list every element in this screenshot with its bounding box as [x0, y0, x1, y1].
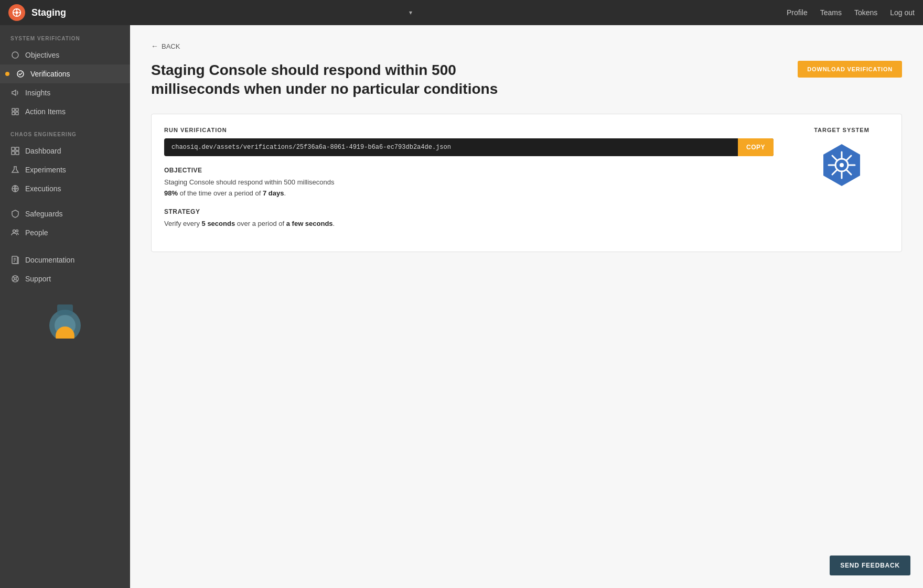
download-verification-button[interactable]: DOWNLOAD VERIFICATION: [798, 61, 902, 78]
target-system-label: TARGET SYSTEM: [814, 127, 870, 133]
sidebar-label-experiments: Experiments: [25, 166, 66, 174]
objective-content: Staging Console should respond within 50…: [164, 177, 774, 199]
title-row: Staging Console should respond within 50…: [151, 61, 902, 99]
sidebar-item-executions[interactable]: Executions: [0, 179, 130, 198]
sidebar-label-action-items: Action Items: [25, 107, 66, 116]
sidebar-illustration: [0, 288, 130, 339]
svg-point-19: [16, 230, 18, 232]
svg-rect-10: [12, 112, 15, 115]
objective-bold2: 7 days: [263, 189, 284, 197]
people-icon: [10, 228, 20, 237]
svg-point-1: [15, 11, 18, 14]
back-label: BACK: [162, 42, 180, 50]
strategy-content: Verify every 5 seconds over a period of …: [164, 219, 774, 230]
sidebar-item-action-items[interactable]: Action Items: [0, 102, 130, 121]
chevron-down-icon: ▾: [409, 9, 412, 16]
send-feedback-button[interactable]: SEND FEEDBACK: [830, 556, 910, 575]
svg-rect-14: [12, 151, 15, 155]
chaos-engineering-section-label: CHAOS ENGINEERING: [0, 121, 130, 141]
command-row: chaosiq.dev/assets/verifications/25f36a6…: [164, 138, 774, 156]
svg-point-18: [13, 230, 16, 233]
sidebar-label-executions: Executions: [25, 184, 61, 193]
sidebar-item-dashboard[interactable]: Dashboard: [0, 141, 130, 160]
objective-text1: Staging Console should respond within 50…: [164, 178, 334, 186]
dashboard-icon: [10, 146, 20, 156]
active-dot-indicator: [5, 72, 9, 76]
objective-end: .: [284, 189, 286, 197]
check-circle-icon: [16, 69, 25, 79]
card-right: TARGET SYSTEM: [795, 127, 889, 239]
logout-link[interactable]: Log out: [890, 8, 915, 17]
book-icon: [10, 255, 20, 265]
sidebar-item-people[interactable]: People: [0, 223, 130, 242]
objective-bold1: 98%: [164, 189, 178, 197]
sidebar-item-documentation[interactable]: Documentation: [0, 251, 130, 269]
copy-button[interactable]: COPY: [738, 138, 774, 156]
sidebar-label-verifications: Verifications: [30, 70, 70, 78]
run-verification-label: RUN VERIFICATION: [164, 127, 774, 133]
topnav-links: Profile Teams Tokens Log out: [787, 8, 915, 17]
grid-icon: [10, 107, 20, 116]
objective-label: OBJECTIVE: [164, 167, 774, 174]
svg-rect-15: [16, 151, 19, 155]
megaphone-icon: [10, 88, 20, 97]
system-verification-section-label: SYSTEM VERIFICATION: [0, 25, 130, 46]
sidebar-label-documentation: Documentation: [25, 256, 74, 264]
flask-icon: [10, 165, 20, 175]
svg-rect-13: [16, 147, 19, 150]
svg-point-29: [840, 163, 844, 167]
strategy-bold1: 5 seconds: [202, 220, 235, 227]
objective-text2: of the time over a period of: [180, 189, 261, 197]
support-icon: [10, 274, 20, 284]
kubernetes-icon: [818, 141, 865, 189]
strategy-label: STRATEGY: [164, 208, 774, 215]
verification-card: RUN VERIFICATION chaosiq.dev/assets/veri…: [151, 114, 902, 252]
svg-point-22: [14, 278, 16, 280]
globe-icon: [10, 184, 20, 193]
svg-rect-11: [16, 112, 18, 115]
sidebar-item-objectives[interactable]: Objectives: [0, 46, 130, 64]
sidebar-label-objectives: Objectives: [25, 51, 59, 59]
sidebar-label-support: Support: [25, 275, 51, 283]
svg-rect-26: [57, 304, 73, 315]
card-left: RUN VERIFICATION chaosiq.dev/assets/veri…: [164, 127, 774, 239]
shield-icon: [10, 209, 20, 219]
sidebar-label-dashboard: Dashboard: [25, 147, 61, 155]
sidebar-label-insights: Insights: [25, 89, 50, 97]
sidebar-item-support[interactable]: Support: [0, 269, 130, 288]
sidebar-item-insights[interactable]: Insights: [0, 83, 130, 102]
top-navigation: Staging ▾ Profile Teams Tokens Log out: [0, 0, 923, 25]
svg-rect-9: [16, 108, 18, 111]
workspace-title: Staging: [31, 7, 406, 18]
profile-link[interactable]: Profile: [787, 8, 808, 17]
strategy-text1: Verify every: [164, 220, 200, 227]
main-content: ← BACK Staging Console should respond wi…: [130, 25, 923, 588]
sidebar-item-safeguards[interactable]: Safeguards: [0, 204, 130, 223]
svg-rect-12: [12, 147, 15, 150]
sidebar-item-verifications[interactable]: Verifications: [0, 64, 130, 83]
strategy-bold2: a few seconds: [286, 220, 333, 227]
strategy-end: .: [333, 220, 335, 227]
strategy-text2: over a period of: [237, 220, 284, 227]
tokens-link[interactable]: Tokens: [854, 8, 877, 17]
back-link[interactable]: ← BACK: [151, 42, 902, 50]
app-logo: [8, 4, 25, 21]
command-text: chaosiq.dev/assets/verifications/25f36a6…: [164, 138, 738, 156]
svg-point-6: [12, 52, 18, 58]
sidebar-label-safeguards: Safeguards: [25, 210, 63, 218]
back-arrow-icon: ←: [151, 42, 158, 50]
sidebar-label-people: People: [25, 228, 48, 237]
sidebar: SYSTEM VERIFICATION Objectives Verificat…: [0, 25, 130, 588]
teams-link[interactable]: Teams: [820, 8, 842, 17]
circle-icon: [10, 50, 20, 60]
page-title: Staging Console should respond within 50…: [151, 61, 518, 99]
sidebar-item-experiments[interactable]: Experiments: [0, 160, 130, 179]
svg-rect-8: [12, 108, 15, 111]
